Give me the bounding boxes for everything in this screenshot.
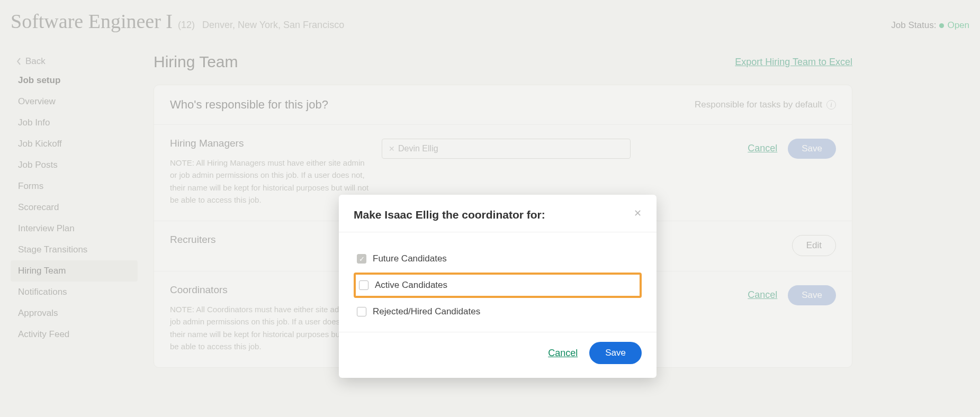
checkbox-rejected[interactable] bbox=[357, 307, 366, 316]
close-icon[interactable]: ✕ bbox=[634, 208, 642, 218]
coordinator-modal: Make Isaac Ellig the coordinator for: ✕ … bbox=[339, 195, 657, 378]
modal-title: Make Isaac Ellig the coordinator for: bbox=[354, 208, 545, 221]
option-active-label: Active Candidates bbox=[375, 280, 447, 291]
option-rejected-candidates[interactable]: Rejected/Hired Candidates bbox=[354, 300, 642, 323]
option-rejected-label: Rejected/Hired Candidates bbox=[373, 306, 480, 317]
checkbox-future[interactable] bbox=[357, 254, 366, 264]
modal-head: Make Isaac Ellig the coordinator for: ✕ bbox=[339, 195, 657, 232]
modal-save-button[interactable]: Save bbox=[589, 342, 642, 364]
option-active-candidates[interactable]: Active Candidates bbox=[354, 273, 642, 298]
checkbox-active[interactable] bbox=[359, 280, 368, 290]
option-future-label: Future Candidates bbox=[373, 253, 447, 264]
modal-cancel-link[interactable]: Cancel bbox=[548, 348, 578, 359]
modal-body: Future Candidates Active Candidates Reje… bbox=[339, 232, 657, 329]
modal-actions: Cancel Save bbox=[339, 332, 657, 378]
option-future-candidates[interactable]: Future Candidates bbox=[354, 247, 642, 270]
